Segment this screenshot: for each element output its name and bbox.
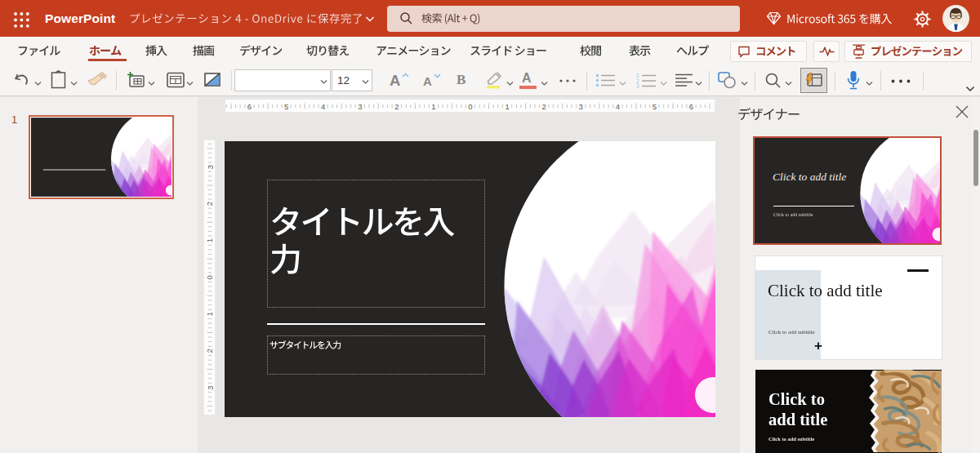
svg-text:2: 2: [542, 101, 546, 110]
svg-text:6: 6: [247, 101, 252, 110]
svg-text:1: 1: [206, 312, 215, 316]
svg-text:2: 2: [394, 101, 399, 110]
svg-text:0: 0: [206, 275, 215, 279]
svg-text:3: 3: [206, 385, 215, 389]
svg-text:2: 2: [206, 349, 215, 353]
svg-text:3: 3: [206, 164, 215, 168]
svg-text:1: 1: [505, 101, 509, 110]
svg-text:1: 1: [206, 238, 215, 242]
svg-text:3: 3: [579, 101, 583, 110]
svg-text:1: 1: [431, 101, 435, 110]
svg-text:3: 3: [636, 83, 639, 88]
svg-text:0: 0: [468, 101, 472, 110]
svg-text:2: 2: [206, 201, 215, 205]
svg-text:6: 6: [689, 101, 693, 110]
svg-text:5: 5: [284, 101, 288, 110]
svg-text:5: 5: [653, 101, 657, 110]
svg-text:4: 4: [616, 101, 620, 110]
svg-text:4: 4: [321, 101, 325, 110]
svg-text:3: 3: [358, 101, 362, 110]
